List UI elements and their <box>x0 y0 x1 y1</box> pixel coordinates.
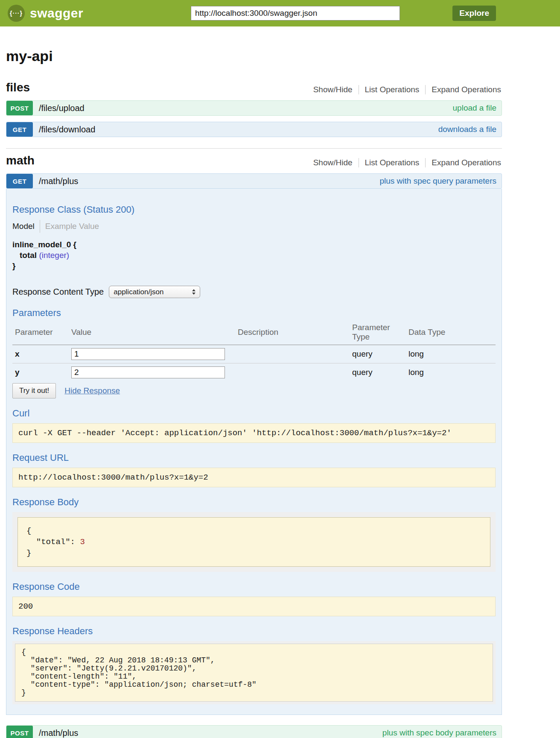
method-badge-get: GET <box>6 174 33 188</box>
explore-button[interactable]: Explore <box>452 6 496 21</box>
math-section-controls: Show/Hide List Operations Expand Operati… <box>307 158 502 167</box>
response-body-json: { "total": 3 } <box>18 517 490 567</box>
model-signature: inline_model_0 { total (integer) } <box>12 239 496 271</box>
col-parameter: Parameter <box>12 322 69 345</box>
op-row-get-files-download[interactable]: GET /files/download downloads a file <box>6 122 502 137</box>
param-description <box>235 345 350 363</box>
response-body-heading: Response Body <box>12 497 496 508</box>
try-row: Try it out! Hide Response <box>12 383 496 398</box>
expand-operations-link[interactable]: Expand Operations <box>425 85 502 94</box>
model-property-name: total <box>20 251 37 260</box>
col-parameter-type: Parameter Type <box>350 322 406 345</box>
op-row-post-math-plus[interactable]: POST /math/plus plus with spec body para… <box>6 725 502 738</box>
parameters-header-row: Parameter Value Description Parameter Ty… <box>12 322 496 345</box>
param-data-type: long <box>406 363 496 382</box>
response-content-type-select[interactable]: application/json <box>109 286 200 298</box>
response-content-type-value: application/json <box>114 288 163 296</box>
op-summary[interactable]: plus with spec body parameters <box>382 726 502 738</box>
show-hide-link[interactable]: Show/Hide <box>307 85 359 94</box>
select-stepper-icon <box>192 289 195 295</box>
op-path[interactable]: /files/download <box>39 122 95 137</box>
response-content-type-label: Response Content Type <box>12 287 104 297</box>
files-section-head: files Show/Hide List Operations Expand O… <box>6 81 502 94</box>
response-code-value: 200 <box>12 597 496 616</box>
method-badge-get: GET <box>6 122 33 137</box>
param-y-input[interactable] <box>71 366 225 378</box>
op-path[interactable]: /files/upload <box>39 101 85 115</box>
response-headers-block: { "date": "Wed, 22 Aug 2018 18:49:13 GMT… <box>12 641 496 704</box>
page-title: my-api <box>6 48 502 64</box>
method-badge-post: POST <box>6 726 33 738</box>
op-content: Response Class (Status 200) Model Exampl… <box>6 189 502 715</box>
param-name: y <box>12 363 69 382</box>
model-tabs: Model Example Value <box>12 220 496 233</box>
param-type: query <box>350 345 406 363</box>
section-math: math Show/Hide List Operations Expand Op… <box>6 148 502 738</box>
param-data-type: long <box>406 345 496 363</box>
method-badge-post: POST <box>6 101 33 115</box>
try-it-out-button[interactable]: Try it out! <box>12 383 56 398</box>
math-section-head: math Show/Hide List Operations Expand Op… <box>6 154 502 167</box>
files-section-title: files <box>6 81 30 94</box>
section-files: files Show/Hide List Operations Expand O… <box>6 81 502 137</box>
col-description: Description <box>235 322 350 345</box>
math-section-title: math <box>6 154 35 167</box>
arrow-up-icon <box>192 289 195 291</box>
parameters-heading: Parameters <box>12 308 496 319</box>
op-path[interactable]: /math/plus <box>39 174 78 188</box>
op-summary[interactable]: downloads a file <box>438 122 502 137</box>
tab-example-value[interactable]: Example Value <box>45 222 99 231</box>
tab-divider <box>40 220 40 233</box>
curl-heading: Curl <box>12 408 496 419</box>
model-open: inline_model_0 { <box>12 239 496 250</box>
brand-title: swagger <box>30 6 83 20</box>
json-value: 3 <box>80 537 85 547</box>
response-class-heading: Response Class (Status 200) <box>12 204 496 215</box>
col-value: Value <box>69 322 235 345</box>
swagger-url-input[interactable] <box>191 6 400 20</box>
model-close: } <box>12 261 496 271</box>
swagger-ui-page: {···} swagger Explore my-api files Show/… <box>0 0 560 738</box>
op-summary[interactable]: plus with spec query parameters <box>379 174 502 188</box>
op-row-post-files-upload[interactable]: POST /files/upload upload a file <box>6 100 502 116</box>
param-name: x <box>12 345 69 363</box>
swagger-logo-glyph: {···} <box>10 10 23 17</box>
tab-model[interactable]: Model <box>12 222 35 231</box>
model-property-type: (integer) <box>39 251 69 260</box>
param-row-x: x query long <box>12 345 496 363</box>
response-headers-json: { "date": "Wed, 22 Aug 2018 18:49:13 GMT… <box>15 644 493 702</box>
content-wrap: my-api files Show/Hide List Operations E… <box>6 48 502 738</box>
op-path[interactable]: /math/plus <box>39 726 78 738</box>
files-section-controls: Show/Hide List Operations Expand Operati… <box>307 85 502 94</box>
parameters-table: Parameter Value Description Parameter Ty… <box>12 322 496 381</box>
col-data-type: Data Type <box>406 322 496 345</box>
show-hide-link[interactable]: Show/Hide <box>307 158 359 167</box>
hide-response-link[interactable]: Hide Response <box>64 386 120 395</box>
response-body-block: { "total": 3 } <box>12 512 496 572</box>
op-block-get-math-plus: GET /math/plus plus with spec query para… <box>6 173 502 715</box>
response-headers-heading: Response Headers <box>12 626 496 637</box>
param-x-input[interactable] <box>71 348 225 360</box>
response-content-type-row: Response Content Type application/json <box>12 286 496 298</box>
top-bar: {···} swagger Explore <box>0 0 560 26</box>
op-summary[interactable]: upload a file <box>453 101 502 115</box>
request-url-heading: Request URL <box>12 452 496 463</box>
expand-operations-link[interactable]: Expand Operations <box>425 158 502 167</box>
json-total-line: "total": 3 <box>26 536 481 548</box>
param-type: query <box>350 363 406 382</box>
list-operations-link[interactable]: List Operations <box>359 158 426 167</box>
model-property: total (integer) <box>12 250 496 261</box>
json-open-brace: { <box>26 525 481 536</box>
swagger-logo-icon: {···} <box>8 5 25 22</box>
param-row-y: y query long <box>12 363 496 382</box>
request-url-value: http://localhost:3000/math/plus?x=1&y=2 <box>12 468 496 487</box>
curl-command: curl -X GET --header 'Accept: applicatio… <box>12 423 496 443</box>
op-row-get-math-plus[interactable]: GET /math/plus plus with spec query para… <box>6 173 502 189</box>
response-code-heading: Response Code <box>12 581 496 592</box>
param-description <box>235 363 350 382</box>
list-operations-link[interactable]: List Operations <box>359 85 426 94</box>
arrow-down-icon <box>192 293 195 295</box>
json-key: "total": <box>36 537 75 547</box>
json-close-brace: } <box>26 548 481 559</box>
